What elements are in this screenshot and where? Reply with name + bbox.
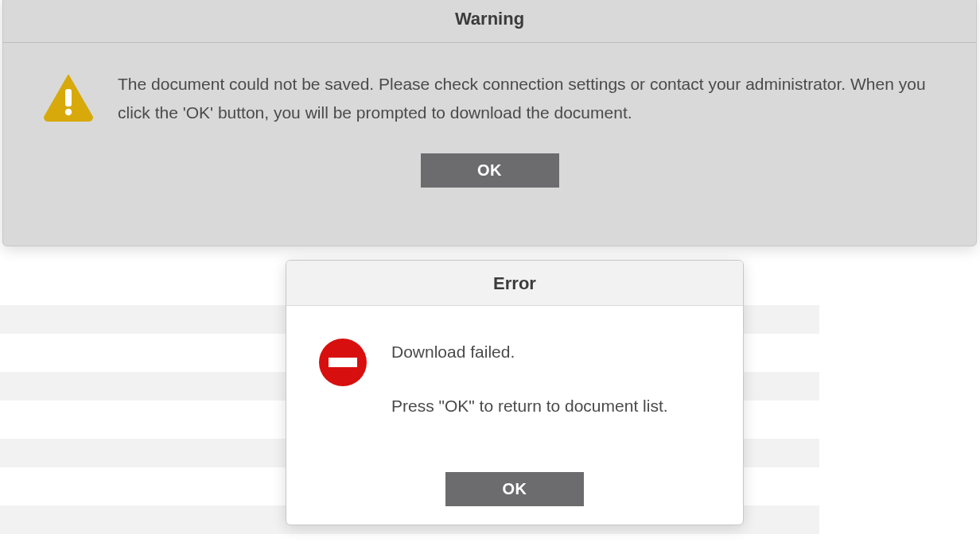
error-message-line2: Press "OK" to return to document list. xyxy=(391,392,668,420)
error-dialog-footer: OK xyxy=(286,453,743,514)
warning-dialog-title: Warning xyxy=(3,0,976,43)
svg-point-1 xyxy=(65,109,72,115)
error-dialog-message: Download failed. Press "OK" to return to… xyxy=(391,338,668,445)
svg-rect-3 xyxy=(329,358,357,367)
warning-dialog: Warning The document could not be saved.… xyxy=(2,0,977,246)
error-dialog-title: Error xyxy=(286,261,743,306)
warning-dialog-footer: OK xyxy=(3,134,976,196)
error-dialog: Error Download failed. Press "OK" to ret… xyxy=(286,260,744,525)
error-message-line1: Download failed. xyxy=(391,338,668,366)
warning-dialog-body: The document could not be saved. Please … xyxy=(3,43,976,134)
warning-ok-button[interactable]: OK xyxy=(421,153,559,188)
svg-rect-0 xyxy=(65,89,72,106)
warning-icon xyxy=(41,75,95,122)
error-ok-button[interactable]: OK xyxy=(445,472,584,506)
warning-dialog-message: The document could not be saved. Please … xyxy=(118,70,938,126)
no-entry-icon xyxy=(318,338,368,387)
error-dialog-body: Download failed. Press "OK" to return to… xyxy=(286,306,743,453)
